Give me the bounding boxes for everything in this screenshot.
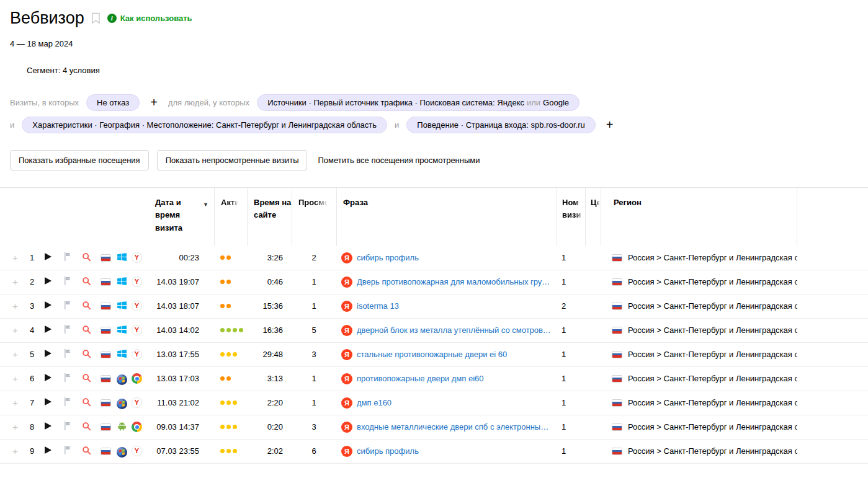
- view-visit-details-icon[interactable]: [82, 373, 91, 384]
- visit-date-time: 13.03 17:55: [148, 350, 214, 359]
- view-visit-details-icon[interactable]: [82, 301, 91, 312]
- search-phrase-link[interactable]: дверной блок из металла утеплённый со см…: [357, 325, 554, 335]
- search-phrase-link[interactable]: isoterma 13: [357, 301, 399, 311]
- expand-row-button[interactable]: +: [10, 277, 29, 287]
- region-cell: Россия > Санкт-Петербург и Ленинградская…: [601, 374, 797, 383]
- column-header-views[interactable]: Просмо: [292, 188, 336, 246]
- column-header-time-on-site[interactable]: Время на сайте: [247, 188, 292, 246]
- play-visit-button[interactable]: [45, 301, 51, 309]
- row-number: 1: [29, 253, 45, 262]
- activity-dots: [214, 280, 247, 284]
- visit-number: 1: [557, 374, 585, 383]
- row-number: 6: [29, 374, 45, 383]
- segment-selector[interactable]: Сегмент: 4 условия: [0, 66, 868, 75]
- expand-row-button[interactable]: +: [10, 252, 29, 263]
- visit-date-time: 00:23: [148, 253, 214, 262]
- view-visit-details-icon[interactable]: [82, 325, 91, 336]
- region-cell: Россия > Санкт-Петербург и Ленинградская…: [601, 398, 797, 407]
- bookmark-icon[interactable]: [91, 12, 101, 24]
- play-visit-button[interactable]: [45, 446, 51, 454]
- russia-flag-icon: [101, 303, 111, 310]
- favorite-flag-icon[interactable]: [63, 445, 72, 457]
- column-header-visit-number[interactable]: Ном визи: [557, 188, 585, 246]
- how-to-use-link[interactable]: i Как использовать: [107, 14, 192, 23]
- play-visit-button[interactable]: [45, 374, 51, 381]
- column-header-activity[interactable]: Акти: [214, 188, 247, 246]
- view-visit-details-icon[interactable]: [82, 277, 91, 288]
- play-visit-button[interactable]: [45, 350, 51, 357]
- play-visit-button[interactable]: [45, 253, 51, 260]
- row-number: 4: [29, 325, 45, 335]
- add-people-condition-button[interactable]: +: [603, 118, 617, 131]
- visit-date-time: 07.03 23:55: [148, 446, 214, 456]
- visit-number: 1: [557, 277, 585, 286]
- region-text: Россия > Санкт-Петербург и Ленинградская…: [628, 301, 797, 311]
- favorite-flag-icon[interactable]: [63, 421, 72, 433]
- expand-row-button[interactable]: +: [10, 373, 29, 384]
- search-phrase-link[interactable]: сибирь профиль: [357, 253, 419, 262]
- view-visit-details-icon[interactable]: [82, 397, 91, 409]
- region-flag-icon: [612, 278, 622, 286]
- yandex-search-icon: Я: [341, 301, 352, 312]
- russia-flag-icon: [101, 254, 111, 262]
- activity-dots: [214, 449, 247, 453]
- search-phrase-link[interactable]: сибирь профиль: [357, 446, 419, 456]
- visit-date-time: 14.03 18:07: [148, 301, 214, 311]
- favorite-flag-icon[interactable]: [63, 252, 72, 263]
- expand-row-button[interactable]: +: [10, 446, 29, 456]
- play-visit-button[interactable]: [45, 277, 51, 285]
- filter-chip-no-bounce[interactable]: Не отказ: [86, 94, 140, 111]
- show-favorites-button[interactable]: Показать избранные посещения: [10, 150, 149, 170]
- yandex-browser-icon: Y: [132, 277, 142, 287]
- visit-date-time: 09.03 14:37: [148, 422, 214, 432]
- region-text: Россия > Санкт-Петербург и Ленинградская…: [628, 325, 797, 335]
- filter-chip-geography[interactable]: Характеристики · География · Местоположе…: [22, 117, 387, 133]
- expand-row-button[interactable]: +: [10, 349, 29, 360]
- view-visit-details-icon[interactable]: [82, 446, 91, 457]
- favorite-flag-icon[interactable]: [63, 397, 72, 409]
- how-to-use-label[interactable]: Как использовать: [120, 14, 192, 23]
- segment-conditions: Визиты, в которых Не отказ + для людей, …: [0, 94, 868, 133]
- play-visit-button[interactable]: [45, 422, 51, 430]
- play-visit-button[interactable]: [45, 398, 51, 405]
- column-header-region[interactable]: Регион: [601, 188, 797, 246]
- search-phrase-link[interactable]: Дверь противопожарная для маломобильных …: [357, 277, 554, 286]
- filter-chip-entry-page[interactable]: Поведение · Страница входа: spb.ros-door…: [406, 117, 596, 133]
- search-phrase-link[interactable]: стальные противопожарные двери ei 60: [357, 350, 507, 359]
- add-visit-condition-button[interactable]: +: [147, 96, 161, 108]
- table-body: + 1 Y 00:23 3:26 2 Я сибирь профиль 1 Ро…: [0, 246, 868, 464]
- visit-date-time: 13.03 17:03: [148, 374, 214, 383]
- play-visit-button[interactable]: [45, 325, 51, 333]
- search-phrase-link[interactable]: входные металлические двери спб с электр…: [357, 422, 554, 432]
- visit-date-time: 14.03 19:07: [148, 277, 214, 286]
- expand-row-button[interactable]: +: [10, 325, 29, 335]
- favorite-flag-icon[interactable]: [63, 324, 72, 336]
- expand-row-button[interactable]: +: [10, 397, 29, 408]
- date-range-selector[interactable]: 4 — 18 мар 2024: [0, 39, 868, 48]
- region-cell: Россия > Санкт-Петербург и Ленинградская…: [601, 277, 797, 286]
- time-on-site: 2:20: [247, 398, 292, 407]
- expand-row-button[interactable]: +: [10, 422, 29, 432]
- search-phrase-link[interactable]: дмп e160: [357, 398, 391, 407]
- favorite-flag-icon[interactable]: [63, 348, 72, 360]
- chrome-icon: [132, 422, 142, 433]
- favorite-flag-icon[interactable]: [63, 276, 72, 288]
- mark-all-viewed-button[interactable]: Пометить все посещения просмотренными: [315, 151, 482, 170]
- column-header-goals[interactable]: Це: [585, 188, 601, 246]
- view-visit-details-icon[interactable]: [82, 349, 91, 360]
- view-visit-details-icon[interactable]: [82, 422, 91, 433]
- view-visit-details-icon[interactable]: [82, 252, 91, 263]
- page-title: Вебвизор: [10, 9, 84, 28]
- expand-row-button[interactable]: +: [10, 301, 29, 311]
- visit-number: 1: [557, 446, 585, 456]
- favorite-flag-icon[interactable]: [63, 300, 72, 312]
- show-unviewed-button[interactable]: Показать непросмотренные визиты: [157, 150, 308, 170]
- filter-chip-traffic-source[interactable]: Источники · Первый источник трафика · По…: [257, 94, 579, 111]
- search-phrase-link[interactable]: противопожарные двери дмп ei60: [357, 374, 484, 383]
- column-header-phrase[interactable]: Фраза: [336, 188, 557, 246]
- row-number: 7: [29, 398, 45, 407]
- column-header-date[interactable]: Дата и время визита ▼: [148, 188, 214, 246]
- favorite-flag-icon[interactable]: [63, 373, 72, 384]
- region-text: Россия > Санкт-Петербург и Ленинградская…: [628, 422, 797, 432]
- windows-10-icon: [117, 276, 127, 288]
